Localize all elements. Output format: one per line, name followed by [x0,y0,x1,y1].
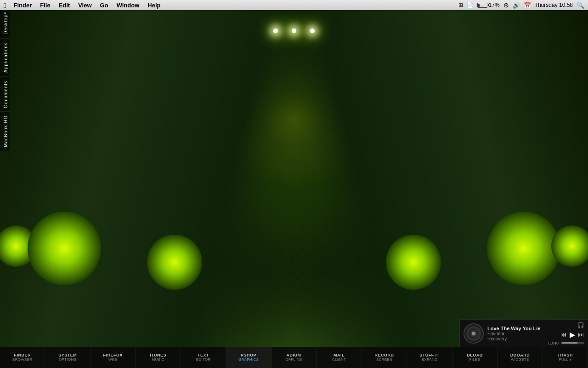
sidebar-item-applications[interactable]: Applications [0,38,10,76]
dock-label-bottom: FULL [559,358,571,362]
vinyl-disc [464,323,484,344]
finder-proxy-icon[interactable]: 📄 [466,2,474,9]
sidebar-item-documents[interactable]: Documents [0,76,10,112]
dock-label-bottom: WIDGETS [511,358,529,362]
ceiling-lights [273,29,315,33]
track-artist: Eminem [487,331,544,336]
track-time: 00:40 [548,341,559,345]
menu-file[interactable]: File [36,0,54,10]
menubar:  Finder File Edit View Go Window Help ⊞… [0,0,588,10]
menu-finder[interactable]: Finder [10,0,35,10]
dock-item-dboard[interactable]: DBOARDWIDGETS [498,347,543,368]
spotlight-search-icon[interactable]: 🔍 [577,1,584,9]
track-album: Recovery [487,336,544,341]
dock-label-bottom: MUSIC [152,358,164,362]
track-title: Love The Way You Lie [487,326,544,331]
dock-item-firefox[interactable]: FIREFOXWEB [90,347,136,368]
menu-help[interactable]: Help [144,0,164,10]
dock-item-stuff-it[interactable]: STUFF ITEXPAND [407,347,452,368]
dock-label-bottom: EXPAND [422,358,437,362]
battery-icon [477,3,487,8]
battery-percent: 17% [489,2,500,8]
dock-item-adium[interactable]: ADIUMOFFLINE [271,347,317,368]
dock-label-bottom: GRAPHICS [238,358,259,362]
dock-item-itunes[interactable]: ITUNESMUSIC [136,347,181,368]
mission-control-icon[interactable]: ⊞ [458,2,463,8]
dock-label-bottom: BROWSER [12,358,32,362]
dock: FINDERBROWSERSYSTEMOPTIONSFIREFOXWEBITUN… [0,347,588,368]
dock-label-bottom: FILES [469,358,481,362]
calendar-icon[interactable]: 📅 [524,2,531,9]
dock-item-mail[interactable]: MAILCLIENT [317,347,362,368]
track-info: Love The Way You Lie Eminem Recovery [487,326,544,341]
sidebar-dot-desktop [4,12,6,14]
volume-fill [561,342,577,344]
music-player: Love The Way You Lie Eminem Recovery 🎧 ⏮… [459,319,588,347]
menu-edit[interactable]: Edit [55,0,74,10]
menu-go[interactable]: Go [96,0,112,10]
headphone-icon: 🎧 [577,322,584,328]
dock-label-bottom: WEB [108,358,117,362]
dock-label-bottom: OPTIONS [59,358,76,362]
wifi-icon[interactable]: ⊛ [503,1,509,9]
escalator-glow-right2 [386,235,441,290]
dock-label-bottom: CLIENT [332,358,346,362]
dock-label-bottom: EDITOR [196,358,211,362]
datetime-display: Thursday 10:58 [535,2,573,8]
menu-window[interactable]: Window [113,0,143,10]
dock-label-bottom: SCREEN [376,358,392,362]
play-pause-button[interactable]: ▶ [570,330,575,339]
left-sidebar: Desktop Applications Documents MacBook H… [0,10,10,347]
dock-item-dload[interactable]: DLOADFILES [452,347,498,368]
menubar-right: ⊞ 📄 17% ⊛ 🔊 📅 Thursday 10:58 🔍 [458,1,584,9]
next-track-button[interactable]: ⏭ [578,331,584,338]
escalator-glow-far-right [551,225,588,267]
sidebar-item-macbookhd[interactable]: MacBook HD [0,111,10,151]
dock-item-record[interactable]: RECORDSCREEN [362,347,407,368]
sidebar-item-desktop[interactable]: Desktop [0,10,10,38]
escalator-glow-right1 [487,212,560,285]
dock-item-pshop[interactable]: PSHOPGRAPHICS [226,347,271,368]
dock-item-finder[interactable]: FINDERBROWSER [0,347,45,368]
battery-status[interactable]: 17% [477,2,500,8]
desktop-background [0,10,588,368]
volume-icon[interactable]: 🔊 [513,2,520,9]
apple-logo-icon[interactable]:  [4,1,6,9]
dock-item-system[interactable]: SYSTEMOPTIONS [45,347,90,368]
menu-view[interactable]: View [74,0,95,10]
escalator-glow-left2 [147,235,202,290]
escalator-glow-left1 [28,212,101,285]
dock-label-bottom: OFFLINE [286,358,302,362]
dock-item-trash[interactable]: TRASHFULL [543,347,588,368]
volume-slider[interactable] [561,342,584,344]
player-controls: 🎧 ⏮ ▶ ⏭ 00:40 [548,322,584,345]
dock-item-text[interactable]: TEXTEDITOR [181,347,226,368]
prev-track-button[interactable]: ⏮ [560,331,567,338]
